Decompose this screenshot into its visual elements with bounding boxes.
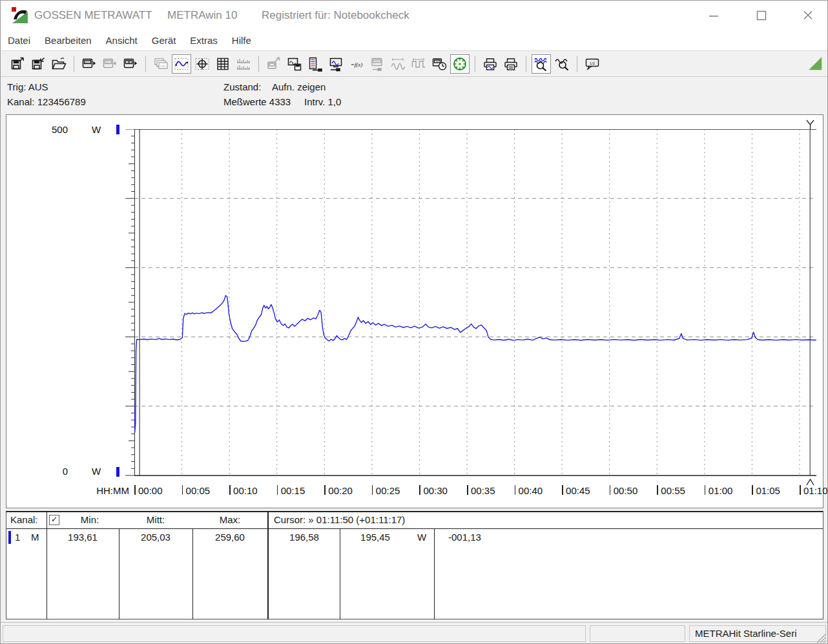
- connected-device-name: METRAHit Starline-Seri: [690, 626, 825, 639]
- value-table: Kanal: ✓ Min: Mitt: Max: Cursor: » 01:11…: [6, 511, 823, 619]
- x-tick-label: 01:10: [803, 485, 828, 496]
- state-label: Zustand:: [223, 81, 261, 92]
- save-button[interactable]: [28, 54, 48, 74]
- cursor-delta-value: -001,13: [448, 532, 481, 543]
- channel-mode: M: [31, 532, 39, 543]
- menu-geraet[interactable]: Gerät: [145, 32, 183, 48]
- curve-view-button[interactable]: [172, 54, 191, 74]
- channel-status: Kanal: 123456789: [7, 96, 86, 107]
- menu-datei[interactable]: Datei: [1, 32, 37, 48]
- value-callout-button[interactable]: 1/2: [583, 54, 602, 74]
- x-tick-mark: [419, 485, 420, 495]
- x-tick-label: 00:05: [186, 485, 211, 496]
- close-button[interactable]: [802, 10, 814, 21]
- zoom-out-button[interactable]: [552, 54, 572, 74]
- svg-text:12: 12: [436, 59, 439, 63]
- toolbar-separator: [526, 56, 526, 72]
- x-tick-label: 00:25: [376, 485, 400, 496]
- formula-button[interactable]: =f(x): [347, 54, 366, 74]
- svg-text:=f(x): =f(x): [351, 61, 363, 67]
- x-tick-mark: [182, 485, 183, 495]
- menu-ansicht[interactable]: Ansicht: [99, 32, 145, 48]
- max-value: 259,60: [192, 532, 267, 543]
- min-header: Min:: [61, 514, 119, 525]
- read-device-button[interactable]: 321: [79, 54, 99, 74]
- y-axis-unit-top: W: [92, 124, 101, 135]
- open-button[interactable]: [49, 54, 68, 74]
- x-tick-label: 01:05: [756, 485, 780, 496]
- x-tick-label: 01:00: [709, 485, 733, 496]
- toolbar-separator: [475, 56, 475, 72]
- status-panel-device: METRAHit Starline-Seri: [689, 625, 826, 642]
- x-tick-mark: [324, 485, 326, 495]
- menu-hilfe[interactable]: Hilfe: [225, 32, 258, 48]
- toolbar-separator: [74, 56, 74, 72]
- resize-grip-icon[interactable]: [816, 633, 826, 644]
- x-tick-label: 00:40: [519, 485, 543, 496]
- channel-visible-checkbox[interactable]: ✓: [49, 515, 59, 525]
- menu-extras[interactable]: Extras: [183, 32, 225, 48]
- zoom-in-button[interactable]: [532, 54, 551, 74]
- channel-setup-button[interactable]: [305, 54, 325, 74]
- x-tick-label: 00:15: [281, 485, 305, 496]
- xy-view-button[interactable]: [192, 54, 212, 74]
- x-tick-label: 00:00: [138, 485, 163, 496]
- x-tick-mark: [562, 485, 563, 495]
- interval-clock-button[interactable]: 12: [430, 54, 449, 74]
- toolbar: 321321M1257=f(x)321121/2: [1, 50, 827, 77]
- channel-number: 1: [15, 532, 20, 543]
- menu-bar: DateiBearbeitenAnsichtGerätExtrasHilfe: [1, 30, 827, 50]
- brand-logo-icon: [10, 5, 30, 28]
- mitt-value: 205,03: [119, 532, 192, 543]
- x-tick-label: 00:20: [328, 485, 353, 496]
- column-divider: [434, 528, 435, 619]
- table-view-button[interactable]: [213, 54, 233, 74]
- x-tick-mark: [657, 485, 658, 495]
- menu-bearbeiten[interactable]: Bearbeiten: [37, 32, 99, 48]
- channel-color-marker-bottom: [116, 467, 119, 477]
- x-tick-mark: [610, 485, 611, 495]
- live-gauge-button[interactable]: [450, 54, 470, 74]
- sample-interval: Intrv. 1,0: [304, 96, 341, 107]
- analog-trigger-button: [388, 54, 408, 74]
- write-device-button: 321: [100, 54, 119, 74]
- table-header-divider: [6, 528, 823, 529]
- print-preview-button[interactable]: [481, 54, 500, 74]
- read-memory-button[interactable]: M: [121, 54, 140, 74]
- app-title: METRAwin 10: [167, 9, 237, 22]
- minimize-button[interactable]: [708, 10, 719, 21]
- svg-text:321: 321: [375, 59, 380, 63]
- store-device-button[interactable]: [285, 54, 304, 74]
- x-axis-unit-label: HH:MM: [78, 485, 129, 496]
- state-value: Aufn. zeigen: [272, 81, 326, 92]
- save-as-button[interactable]: [8, 54, 27, 74]
- svg-text:321: 321: [85, 60, 90, 63]
- print-button[interactable]: [501, 54, 521, 74]
- x-tick-label: 00:45: [566, 485, 590, 496]
- toolbar-separator: [145, 56, 146, 72]
- x-tick-mark: [467, 485, 468, 495]
- x-tick-mark: [705, 485, 706, 495]
- chart-panel: 500 W 0 W HH:MM 00:0000:0500:1000:1500:2…: [6, 114, 823, 508]
- cursor1-value: 196,58: [269, 532, 340, 543]
- trigger-status: Trig: AUS: [7, 81, 48, 92]
- metrawin-window: GOSSEN METRAWATT METRAwin 10 Registriert…: [0, 0, 828, 644]
- cursor-top-handle-icon[interactable]: [806, 119, 814, 132]
- sample-count: Meßwerte 4333: [223, 96, 291, 107]
- column-divider: [267, 512, 269, 619]
- device-monitor-button[interactable]: [326, 54, 346, 74]
- plot-area[interactable]: [134, 129, 816, 476]
- x-axis-labels: HH:MM 00:0000:0500:1000:1500:2000:2500:3…: [6, 485, 824, 498]
- x-tick-mark: [372, 485, 373, 495]
- x-tick-label: 00:35: [471, 485, 495, 496]
- kanal-header: Kanal:: [10, 514, 38, 525]
- x-tick-label: 00:55: [661, 485, 685, 496]
- multi-display-button: 1257: [151, 54, 171, 74]
- y-axis-unit-bottom: W: [92, 466, 101, 477]
- cursor-header: Cursor: » 01:11:50 (+01:11:17): [274, 514, 405, 525]
- title-bar: GOSSEN METRAWATT METRAwin 10 Registriert…: [1, 1, 827, 30]
- channel-color-marker-top: [116, 125, 119, 134]
- mitt-header: Mitt:: [119, 514, 192, 525]
- value-unit: W: [417, 532, 426, 543]
- maximize-button[interactable]: [756, 10, 767, 21]
